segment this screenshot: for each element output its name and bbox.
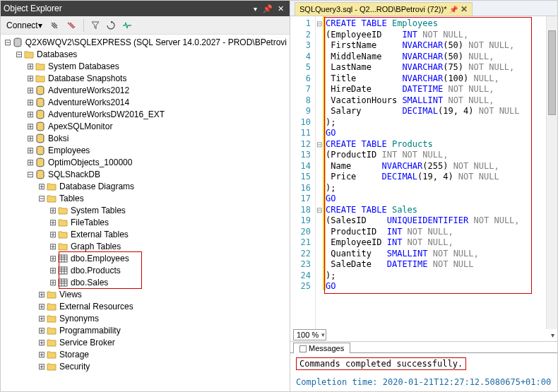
tree-item[interactable]: ⊞External Resources [1,300,290,312]
messages-tab[interactable]: Messages [293,343,350,353]
tree-tables[interactable]: ⊟Tables [1,192,290,204]
twisty-icon[interactable]: ⊞ [26,97,35,107]
twisty-icon[interactable]: ⊞ [49,266,57,275]
code-line[interactable]: HireDate DATETIME NOT NULL, [326,84,543,95]
tree-item[interactable]: ⊞Database Snapshots [1,72,290,84]
twisty-icon[interactable]: ⊞ [37,182,46,191]
twisty-icon[interactable]: ⊞ [37,362,46,372]
tree-item[interactable]: ⊞System Databases [1,60,290,72]
twisty-icon[interactable]: ⊞ [37,350,46,360]
code-line[interactable]: MiddleName NVARCHAR(50) NULL, [326,52,543,63]
tree-item[interactable]: ⊞Synonyms [1,312,290,324]
tree-item[interactable]: ⊞Boksi [1,132,290,144]
tree-item[interactable]: ⊞External Tables [1,228,290,240]
tree-table[interactable]: ⊞dbo.Employees [1,252,290,264]
tree-table[interactable]: ⊞dbo.Sales [1,276,290,288]
twisty-icon[interactable]: ⊞ [49,230,57,239]
code-line[interactable]: EmployeeID INT NOT NULL, [326,237,543,249]
twisty-icon[interactable]: ⊞ [26,145,35,155]
twisty-icon[interactable]: ⊞ [26,121,35,131]
tree-current-db[interactable]: ⊟SQLShackDB [1,168,290,180]
tree-item[interactable]: ⊞Storage [1,348,290,360]
tree-item[interactable]: ⊞Employees [1,144,290,156]
tree-item[interactable]: ⊞Service Broker [1,336,290,348]
code-line[interactable]: ); [326,183,543,194]
code-line[interactable]: Name NVARCHAR(255) NOT NULL, [326,161,543,172]
twisty-icon[interactable]: ⊟ [26,170,35,179]
tree-item[interactable]: ⊞Graph Tables [1,240,290,252]
refresh-icon[interactable] [104,20,118,31]
code-line[interactable]: (SalesID UNIQUEIDENTIFIER NOT NULL, [326,215,543,227]
twisty-icon[interactable]: ⊞ [37,314,46,323]
editor-scrollbar[interactable] [546,16,557,329]
disconnect-icon[interactable] [47,19,62,32]
tree-item[interactable]: ⊞Security [1,360,290,372]
activity-icon[interactable] [119,20,135,31]
tree-item[interactable]: ⊞OptimObjects_100000 [1,156,290,168]
code-line[interactable]: Salary DECIMAL(19, 4) NOT NULL [326,106,543,117]
tree-server[interactable]: ⊟Q2X6WQV2\SQLEXPRESS (SQL Server 14.0.20… [1,36,290,48]
scrollbar-thumb[interactable] [548,30,556,115]
code-area[interactable]: CREATE TABLE Employees(EmployeeID INT NO… [323,16,546,329]
twisty-icon[interactable]: ⊟ [37,194,46,203]
twisty-icon[interactable]: ⊞ [37,338,46,348]
code-line[interactable]: (ProductID INT NOT NULL, [326,150,543,161]
twisty-icon[interactable]: ⊞ [49,218,57,227]
code-line[interactable]: Price DECIMAL(19, 4) NOT NULL [326,172,543,183]
twisty-icon[interactable]: ⊞ [49,206,57,215]
tree-item[interactable]: ⊞Database Diagrams [1,180,290,192]
code-line[interactable]: (EmployeeID INT NOT NULL, [326,30,543,41]
twisty-icon[interactable]: ⊞ [26,133,35,143]
filter-icon[interactable] [88,20,102,31]
code-line[interactable]: VacationHours SMALLINT NOT NULL, [326,95,543,107]
code-line[interactable]: GO [326,194,543,205]
twisty-icon[interactable]: ⊞ [26,158,35,167]
code-line[interactable]: CREATE TABLE Products [326,139,543,150]
tree-item[interactable]: ⊞Programmability [1,324,290,336]
twisty-icon[interactable]: ⊞ [49,242,57,251]
zoom-combo[interactable]: 100 % [293,329,326,340]
code-line[interactable]: LastName NVARCHAR(75) NOT NULL, [326,62,543,73]
tree-item[interactable]: ⊞ApexSQLMonitor [1,120,290,132]
tab-close-icon[interactable]: ✕ [461,4,468,14]
twisty-icon[interactable]: ⊞ [37,290,46,299]
object-explorer-tree[interactable]: ⊟Q2X6WQV2\SQLEXPRESS (SQL Server 14.0.20… [1,35,290,391]
panel-menu-icon[interactable]: ▾ [254,5,257,13]
code-line[interactable]: CREATE TABLE Sales [326,205,543,216]
code-editor[interactable]: 1234567891011121314151617181920212223242… [290,16,557,329]
twisty-icon[interactable]: ⊞ [26,109,35,119]
tree-item[interactable]: ⊞AdventureWorksDW2016_EXT [1,108,290,120]
tree-item[interactable]: ⊞AdventureWorks2012 [1,84,290,96]
tree-table[interactable]: ⊞dbo.Products [1,264,290,276]
twisty-icon[interactable]: ⊞ [26,61,35,71]
code-line[interactable]: Title NVARCHAR(100) NULL, [326,73,543,85]
twisty-icon[interactable]: ⊟ [4,37,12,47]
dropdown-icon[interactable]: ▾ [551,331,554,339]
code-line[interactable]: ); [326,117,543,129]
code-line[interactable]: GO [326,281,543,292]
tree-databases[interactable]: ⊟Databases [1,48,290,60]
code-line[interactable]: ); [326,271,543,282]
twisty-icon[interactable]: ⊟ [15,49,23,59]
pin-icon[interactable]: 📌 [261,4,274,13]
code-line[interactable]: ProductID INT NOT NULL, [326,227,543,238]
close-icon[interactable]: ✕ [274,4,287,13]
twisty-icon[interactable]: ⊞ [37,326,46,335]
connect-button[interactable]: Connect ▾ [4,19,45,32]
tab-pin-icon[interactable]: 📌 [449,6,458,13]
code-line[interactable]: FirstName NVARCHAR(50) NOT NULL, [326,40,543,52]
twisty-icon[interactable]: ⊞ [26,85,35,95]
disconnect-all-icon[interactable] [64,19,79,32]
tree-item[interactable]: ⊞AdventureWorks2014 [1,96,290,108]
editor-tab[interactable]: SQLQuery3.sql - Q2...ROD\BPetrovi (72))*… [295,2,473,16]
code-line[interactable]: GO [326,128,543,139]
tree-item[interactable]: ⊞System Tables [1,204,290,216]
twisty-icon[interactable]: ⊞ [49,278,57,287]
twisty-icon[interactable]: ⊞ [49,254,57,263]
code-line[interactable]: CREATE TABLE Employees [326,18,543,30]
code-line[interactable]: Quantity SMALLINT NOT NULL, [326,249,543,260]
tree-item[interactable]: ⊞Views [1,288,290,300]
twisty-icon[interactable]: ⊞ [37,302,46,311]
twisty-icon[interactable]: ⊞ [26,73,35,83]
tree-item[interactable]: ⊞FileTables [1,216,290,228]
